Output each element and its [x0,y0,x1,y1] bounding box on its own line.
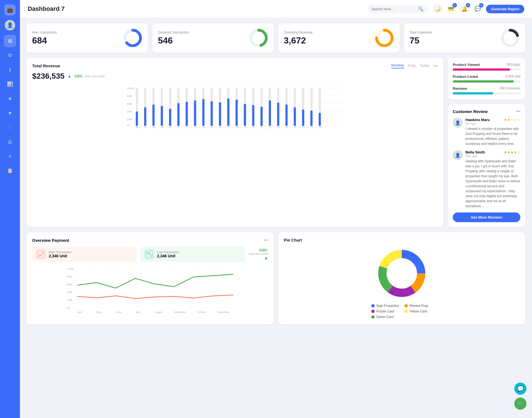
more-options-icon[interactable]: ••• [433,63,438,68]
bell-btn[interactable]: 🔔 12 [459,4,469,14]
review-meta-1: Hawkins Maru 5m ago ★★☆☆☆ [466,118,520,125]
revenue-badge: 0,8% [73,74,84,78]
svg-rect-63 [310,111,313,126]
low-transaction-info: Low Transaction 2,346 Unit [157,250,179,258]
svg-text:08: 08 [152,126,155,129]
stat-card-left-2: Domestic transaction 546 [158,30,189,46]
payment-badge-col: 0,8% than last week ▲ [249,247,268,262]
search-bar[interactable]: 🔍 [367,5,428,13]
svg-text:June: June [116,311,121,314]
tab-daily[interactable]: Daily [408,63,416,68]
svg-rect-23 [144,107,146,126]
stat-cards-row: Inter. transaction 684 Domestic transact… [27,23,525,53]
review-content-1: Hawkins Maru 5m ago ★★☆☆☆ I viewed a num… [466,118,520,146]
pie-chart-header: Pie Chart [284,238,520,242]
progress-fill-2 [453,80,514,83]
stat-card-left-1: Inter. transaction 684 [32,30,57,46]
chat-btn[interactable]: 💬 5 [473,4,483,14]
svg-text:800k: 800k [67,275,73,278]
sidebar-item-menu[interactable]: ≡ [4,150,16,162]
legend-green-card: Green Card [371,315,399,319]
payment-stats: 📈 High Transaction 2,346 Unit 📉 Low Tran… [32,247,268,262]
svg-text:27: 27 [310,126,313,129]
payment-sub: than last week [249,252,268,255]
svg-rect-59 [294,107,296,126]
reviews-more-icon[interactable]: ••• [516,109,520,114]
sidebar-item-info[interactable]: ℹ [4,64,16,76]
svg-text:200k: 200k [127,118,132,121]
payment-header: Overview Payment ••• [32,238,268,243]
svg-rect-29 [169,109,171,126]
see-more-reviews-button[interactable]: See More Reviews [453,212,520,222]
progress-bar-1 [453,68,520,71]
payment-up-arrow: ▲ [264,255,268,260]
svg-text:August: August [155,311,163,314]
metric-header-1: Product Viewed 561/days [453,63,520,67]
sidebar-item-list[interactable]: 📋 [4,165,16,177]
stat-label-3: Operating Revenue [284,30,313,34]
tab-today[interactable]: Today [420,63,429,68]
revenue-sub-text: than last week [85,75,105,78]
high-transaction-stat: 📈 High Transaction 2,346 Unit [32,247,137,262]
dark-mode-btn[interactable]: 🌙 [433,4,443,14]
svg-rect-51 [260,107,263,126]
svg-text:18: 18 [236,126,238,129]
svg-text:November: November [218,311,229,314]
cart-float-button[interactable]: 🛒 [514,398,526,410]
svg-rect-43 [227,98,229,126]
svg-rect-61 [302,109,304,126]
sidebar-item-star[interactable]: ★ [4,93,16,105]
sidebar-item-analytics[interactable]: 📊 [4,78,16,90]
total-revenue-card: Total Revenue Monthly Daily Today ••• $2… [27,58,443,227]
svg-text:07: 07 [144,126,147,129]
svg-rect-37 [202,99,204,126]
sidebar-item-heart2[interactable]: ♡ [4,121,16,134]
stat-card-inter-transaction: Inter. transaction 684 [27,23,148,53]
svg-rect-45 [236,99,238,126]
svg-text:800k: 800k [127,95,132,98]
sidebar-item-print[interactable]: 🖨 [4,136,16,148]
svg-text:22: 22 [269,126,272,129]
metric-reviews: Reviews 456 Comment [453,86,520,94]
donut-chart-2 [249,28,268,48]
svg-text:0k: 0k [67,306,70,309]
tab-monthly[interactable]: Monthly [391,63,404,68]
stat-value-1: 684 [32,35,57,46]
sidebar-item-settings[interactable]: ⚙ [4,49,16,61]
svg-text:600k: 600k [67,283,73,286]
payment-more-icon[interactable]: ••• [264,238,268,243]
svg-text:14: 14 [202,126,205,129]
high-transaction-info: High Transaction 2,346 Unit [49,250,72,258]
svg-rect-25 [152,104,155,126]
review-avatar-1: 👤 [453,118,463,128]
svg-text:April: April [77,311,82,314]
float-buttons: 💬 🛒 [514,383,526,410]
review-text-1: I viewed a number of properties with Jus… [466,126,520,146]
revenue-amount-row: $236,535 ▲ 0,8% than last week [32,72,438,81]
svg-text:19: 19 [244,126,247,129]
svg-text:0k: 0k [127,124,130,127]
metrics-card: Product Viewed 561/days Product Listed 3… [448,58,525,99]
revenue-amount: $236,535 [32,72,65,81]
svg-rect-27 [161,106,163,126]
legend-dot-yellow [405,310,408,313]
support-float-button[interactable]: 💬 [514,383,526,395]
svg-text:May: May [96,311,101,314]
sidebar-item-dashboard[interactable]: ⊞ [4,35,16,47]
payment-line-chart: 1000k 800k 600k 400k 200k 0k [32,266,268,316]
stat-value-2: 546 [158,35,189,46]
search-input[interactable] [371,7,416,11]
svg-rect-65 [319,113,321,126]
legend-dot-green [371,315,375,319]
legend-label-rented: Rented Prop [410,304,428,308]
review-name-2: Bella Smith 20m ago [466,150,485,158]
review-name-1: Hawkins Maru 5m ago [466,118,490,125]
svg-text:16: 16 [219,126,222,129]
sidebar-item-heart[interactable]: ♥ [4,107,16,119]
wallet-btn[interactable]: 💳 2 [446,4,456,14]
review-content-2: Bella Smith 20m ago ★★★★☆ Dealing with S… [466,150,520,209]
search-icon: 🔍 [418,6,423,12]
generate-report-button[interactable]: Generate Report [486,5,524,13]
metric-name-3: Reviews [453,86,467,91]
avatar[interactable]: 👤 [5,20,15,30]
